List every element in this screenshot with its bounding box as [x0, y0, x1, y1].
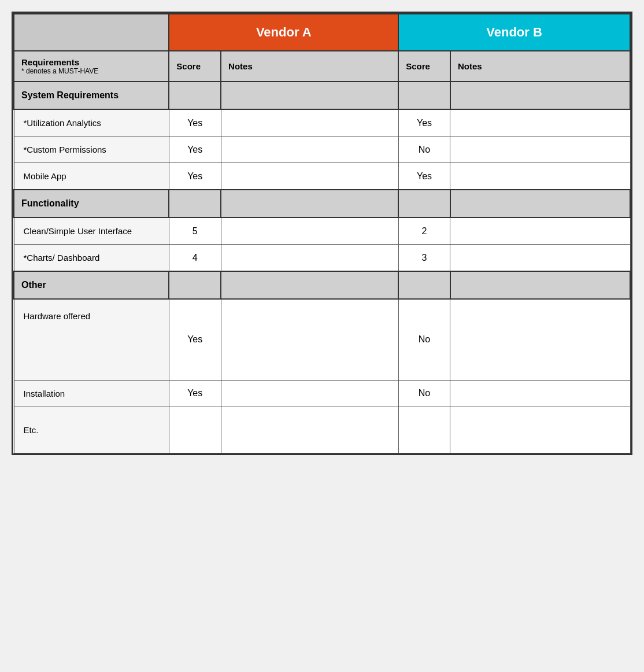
score-b-installation: No	[398, 380, 450, 407]
section-label-other: Other	[14, 271, 169, 299]
score-a-etc	[169, 407, 221, 453]
section-notes-a-other	[221, 271, 398, 299]
score-b-custom-permissions: No	[398, 136, 450, 163]
section-score-b-other	[398, 271, 450, 299]
notes-a-custom-permissions	[221, 136, 398, 163]
notes-b-utilization	[450, 109, 630, 136]
sub-header-row: Requirements * denotes a MUST-HAVE Score…	[14, 51, 630, 82]
section-score-b-system	[398, 82, 450, 109]
score-a-installation: Yes	[169, 380, 221, 407]
notes-a-charts-dashboard	[221, 245, 398, 272]
section-score-a-other	[169, 271, 221, 299]
score-b-header: Score	[398, 51, 450, 82]
score-a-utilization: Yes	[169, 109, 221, 136]
notes-b-mobile-app	[450, 163, 630, 190]
requirements-label: Requirements	[21, 57, 79, 67]
score-b-etc	[398, 407, 450, 453]
notes-a-hardware	[221, 299, 398, 380]
req-name-mobile-app: Mobile App	[14, 163, 169, 190]
vendor-header-row: Vendor A Vendor B	[14, 14, 630, 51]
notes-b-clean-ui	[450, 217, 630, 245]
requirements-header: Requirements * denotes a MUST-HAVE	[14, 51, 169, 82]
req-name-utilization: *Utilization Analytics	[14, 109, 169, 136]
score-b-mobile-app: Yes	[398, 163, 450, 190]
row-charts-dashboard: *Charts/ Dashboard 4 3	[14, 245, 630, 272]
vendor-b-header: Vendor B	[398, 14, 630, 51]
row-utilization-analytics: *Utilization Analytics Yes Yes	[14, 109, 630, 136]
section-score-b-func	[398, 190, 450, 217]
section-system-requirements: System Requirements	[14, 82, 630, 109]
score-a-hardware: Yes	[169, 299, 221, 380]
section-notes-a-func	[221, 190, 398, 217]
row-installation: Installation Yes No	[14, 380, 630, 407]
section-score-a-func	[169, 190, 221, 217]
req-name-clean-ui: Clean/Simple User Interface	[14, 217, 169, 245]
notes-b-charts-dashboard	[450, 245, 630, 272]
section-other: Other	[14, 271, 630, 299]
section-label-functionality: Functionality	[14, 190, 169, 217]
notes-b-header: Notes	[450, 51, 630, 82]
req-name-hardware: Hardware offered	[14, 299, 169, 380]
section-notes-b-func	[450, 190, 630, 217]
empty-header-cell	[14, 14, 169, 51]
notes-b-installation	[450, 380, 630, 407]
must-have-label: * denotes a MUST-HAVE	[21, 67, 161, 75]
req-name-custom-permissions: *Custom Permissions	[14, 136, 169, 163]
score-b-clean-ui: 2	[398, 217, 450, 245]
notes-a-mobile-app	[221, 163, 398, 190]
notes-a-header: Notes	[221, 51, 398, 82]
score-a-custom-permissions: Yes	[169, 136, 221, 163]
section-label-system: System Requirements	[14, 82, 169, 109]
notes-b-etc	[450, 407, 630, 453]
req-name-installation: Installation	[14, 380, 169, 407]
row-hardware-offered: Hardware offered Yes No	[14, 299, 630, 380]
vendor-a-header: Vendor A	[169, 14, 398, 51]
notes-a-installation	[221, 380, 398, 407]
notes-a-clean-ui	[221, 217, 398, 245]
req-name-etc: Etc.	[14, 407, 169, 453]
score-a-clean-ui: 5	[169, 217, 221, 245]
section-notes-a-system	[221, 82, 398, 109]
row-clean-ui: Clean/Simple User Interface 5 2	[14, 217, 630, 245]
section-functionality: Functionality	[14, 190, 630, 217]
row-etc: Etc.	[14, 407, 630, 453]
row-custom-permissions: *Custom Permissions Yes No	[14, 136, 630, 163]
notes-b-custom-permissions	[450, 136, 630, 163]
req-name-charts-dashboard: *Charts/ Dashboard	[14, 245, 169, 272]
comparison-table: Vendor A Vendor B Requirements * denotes…	[12, 12, 632, 455]
score-b-charts-dashboard: 3	[398, 245, 450, 272]
score-a-mobile-app: Yes	[169, 163, 221, 190]
section-notes-b-system	[450, 82, 630, 109]
notes-a-utilization	[221, 109, 398, 136]
score-a-header: Score	[169, 51, 221, 82]
notes-b-hardware	[450, 299, 630, 380]
score-b-hardware: No	[398, 299, 450, 380]
score-b-utilization: Yes	[398, 109, 450, 136]
row-mobile-app: Mobile App Yes Yes	[14, 163, 630, 190]
notes-a-etc	[221, 407, 398, 453]
section-score-a-system	[169, 82, 221, 109]
score-a-charts-dashboard: 4	[169, 245, 221, 272]
section-notes-b-other	[450, 271, 630, 299]
